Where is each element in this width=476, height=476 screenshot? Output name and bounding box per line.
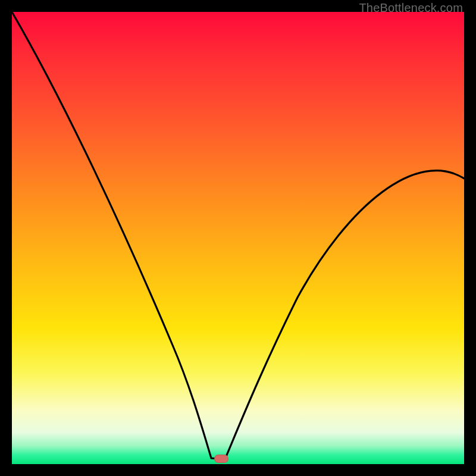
bottleneck-curve <box>12 12 464 464</box>
chart-frame: TheBottleneck.com <box>0 0 476 476</box>
plot-area <box>12 12 464 464</box>
min-marker <box>214 455 228 463</box>
curve-path <box>12 12 464 459</box>
